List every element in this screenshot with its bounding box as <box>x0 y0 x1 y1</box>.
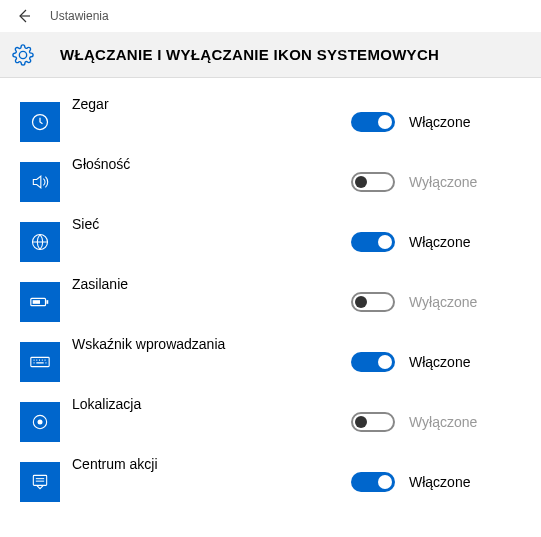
titlebar: Ustawienia <box>0 0 541 32</box>
setting-row-input: Wskaźnik wprowadzania Włączone <box>20 332 521 392</box>
svg-rect-8 <box>33 475 46 485</box>
page-title: WŁĄCZANIE I WYŁĄCZANIE IKON SYSTEMOWYCH <box>60 46 439 63</box>
location-icon <box>20 402 60 442</box>
setting-label: Wskaźnik wprowadzania <box>72 332 351 352</box>
svg-rect-3 <box>46 300 48 304</box>
svg-rect-4 <box>33 300 40 304</box>
toggle-location[interactable] <box>351 412 395 432</box>
action-center-icon <box>20 462 60 502</box>
setting-label: Zasilanie <box>72 272 351 292</box>
toggle-action-center[interactable] <box>351 472 395 492</box>
toggle-status: Wyłączone <box>409 174 477 190</box>
toggle-power[interactable] <box>351 292 395 312</box>
setting-label: Centrum akcji <box>72 452 351 472</box>
setting-label: Sieć <box>72 212 351 232</box>
volume-icon <box>20 162 60 202</box>
settings-list: Zegar Włączone Głośność Wyłączone Sieć W… <box>0 78 541 526</box>
arrow-left-icon <box>16 8 32 24</box>
toggle-network[interactable] <box>351 232 395 252</box>
svg-rect-5 <box>31 357 49 366</box>
setting-row-power: Zasilanie Wyłączone <box>20 272 521 332</box>
battery-icon <box>20 282 60 322</box>
toggle-volume[interactable] <box>351 172 395 192</box>
setting-row-action-center: Centrum akcji Włączone <box>20 452 521 512</box>
toggle-clock[interactable] <box>351 112 395 132</box>
toggle-status: Włączone <box>409 474 470 490</box>
titlebar-app-name: Ustawienia <box>50 9 109 23</box>
setting-label: Głośność <box>72 152 351 172</box>
clock-icon <box>20 102 60 142</box>
setting-label: Zegar <box>72 92 351 112</box>
back-button[interactable] <box>8 0 40 32</box>
header: WŁĄCZANIE I WYŁĄCZANIE IKON SYSTEMOWYCH <box>0 32 541 78</box>
setting-row-volume: Głośność Wyłączone <box>20 152 521 212</box>
toggle-status: Włączone <box>409 234 470 250</box>
toggle-status: Włączone <box>409 114 470 130</box>
setting-row-location: Lokalizacja Wyłączone <box>20 392 521 452</box>
setting-row-clock: Zegar Włączone <box>20 92 521 152</box>
gear-icon <box>12 44 34 66</box>
toggle-status: Wyłączone <box>409 294 477 310</box>
svg-point-7 <box>38 420 43 425</box>
toggle-status: Włączone <box>409 354 470 370</box>
globe-icon <box>20 222 60 262</box>
setting-row-network: Sieć Włączone <box>20 212 521 272</box>
toggle-input[interactable] <box>351 352 395 372</box>
toggle-status: Wyłączone <box>409 414 477 430</box>
setting-label: Lokalizacja <box>72 392 351 412</box>
keyboard-icon <box>20 342 60 382</box>
